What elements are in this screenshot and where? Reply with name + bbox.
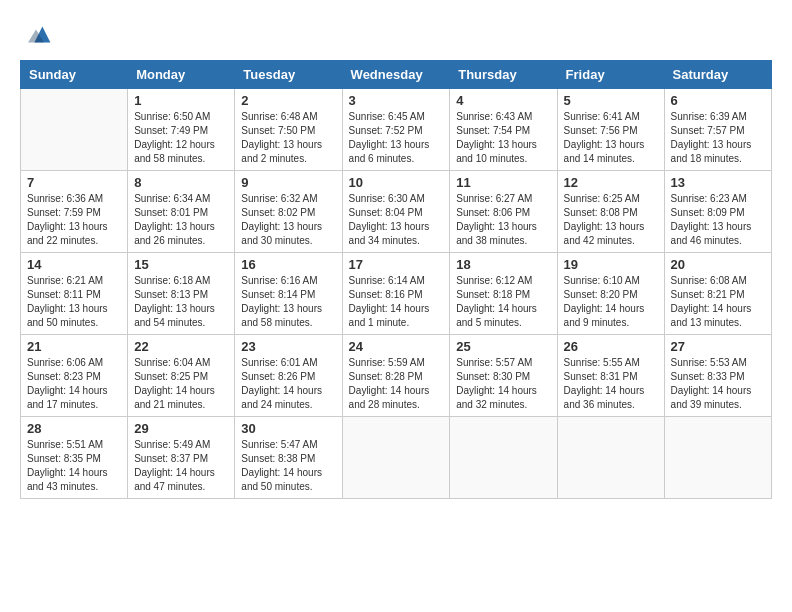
calendar-week-row: 7Sunrise: 6:36 AMSunset: 7:59 PMDaylight… bbox=[21, 171, 772, 253]
day-number: 21 bbox=[27, 339, 121, 354]
day-info: Sunrise: 6:04 AMSunset: 8:25 PMDaylight:… bbox=[134, 356, 228, 412]
day-of-week-header: Wednesday bbox=[342, 61, 450, 89]
calendar-cell: 30Sunrise: 5:47 AMSunset: 8:38 PMDayligh… bbox=[235, 417, 342, 499]
day-info: Sunrise: 5:49 AMSunset: 8:37 PMDaylight:… bbox=[134, 438, 228, 494]
day-info: Sunrise: 6:27 AMSunset: 8:06 PMDaylight:… bbox=[456, 192, 550, 248]
calendar-cell bbox=[450, 417, 557, 499]
day-of-week-header: Thursday bbox=[450, 61, 557, 89]
calendar-cell: 9Sunrise: 6:32 AMSunset: 8:02 PMDaylight… bbox=[235, 171, 342, 253]
logo bbox=[20, 20, 56, 52]
day-number: 2 bbox=[241, 93, 335, 108]
calendar-cell: 2Sunrise: 6:48 AMSunset: 7:50 PMDaylight… bbox=[235, 89, 342, 171]
calendar-table: SundayMondayTuesdayWednesdayThursdayFrid… bbox=[20, 60, 772, 499]
day-info: Sunrise: 6:18 AMSunset: 8:13 PMDaylight:… bbox=[134, 274, 228, 330]
day-info: Sunrise: 6:14 AMSunset: 8:16 PMDaylight:… bbox=[349, 274, 444, 330]
day-number: 4 bbox=[456, 93, 550, 108]
day-number: 3 bbox=[349, 93, 444, 108]
day-info: Sunrise: 6:01 AMSunset: 8:26 PMDaylight:… bbox=[241, 356, 335, 412]
day-info: Sunrise: 5:55 AMSunset: 8:31 PMDaylight:… bbox=[564, 356, 658, 412]
day-number: 14 bbox=[27, 257, 121, 272]
day-info: Sunrise: 6:39 AMSunset: 7:57 PMDaylight:… bbox=[671, 110, 765, 166]
calendar-cell: 12Sunrise: 6:25 AMSunset: 8:08 PMDayligh… bbox=[557, 171, 664, 253]
calendar-cell bbox=[557, 417, 664, 499]
day-info: Sunrise: 5:47 AMSunset: 8:38 PMDaylight:… bbox=[241, 438, 335, 494]
day-number: 1 bbox=[134, 93, 228, 108]
day-number: 30 bbox=[241, 421, 335, 436]
calendar-cell: 19Sunrise: 6:10 AMSunset: 8:20 PMDayligh… bbox=[557, 253, 664, 335]
day-info: Sunrise: 6:08 AMSunset: 8:21 PMDaylight:… bbox=[671, 274, 765, 330]
calendar-cell: 11Sunrise: 6:27 AMSunset: 8:06 PMDayligh… bbox=[450, 171, 557, 253]
calendar-cell: 13Sunrise: 6:23 AMSunset: 8:09 PMDayligh… bbox=[664, 171, 771, 253]
day-number: 17 bbox=[349, 257, 444, 272]
calendar-cell: 8Sunrise: 6:34 AMSunset: 8:01 PMDaylight… bbox=[128, 171, 235, 253]
calendar-cell: 10Sunrise: 6:30 AMSunset: 8:04 PMDayligh… bbox=[342, 171, 450, 253]
day-number: 13 bbox=[671, 175, 765, 190]
calendar-cell: 28Sunrise: 5:51 AMSunset: 8:35 PMDayligh… bbox=[21, 417, 128, 499]
calendar-cell bbox=[342, 417, 450, 499]
calendar-week-row: 28Sunrise: 5:51 AMSunset: 8:35 PMDayligh… bbox=[21, 417, 772, 499]
calendar-cell: 18Sunrise: 6:12 AMSunset: 8:18 PMDayligh… bbox=[450, 253, 557, 335]
day-info: Sunrise: 6:16 AMSunset: 8:14 PMDaylight:… bbox=[241, 274, 335, 330]
day-number: 25 bbox=[456, 339, 550, 354]
day-number: 12 bbox=[564, 175, 658, 190]
calendar-cell bbox=[664, 417, 771, 499]
day-of-week-header: Saturday bbox=[664, 61, 771, 89]
day-info: Sunrise: 6:30 AMSunset: 8:04 PMDaylight:… bbox=[349, 192, 444, 248]
calendar-cell: 4Sunrise: 6:43 AMSunset: 7:54 PMDaylight… bbox=[450, 89, 557, 171]
day-info: Sunrise: 6:50 AMSunset: 7:49 PMDaylight:… bbox=[134, 110, 228, 166]
day-info: Sunrise: 5:57 AMSunset: 8:30 PMDaylight:… bbox=[456, 356, 550, 412]
calendar-cell: 22Sunrise: 6:04 AMSunset: 8:25 PMDayligh… bbox=[128, 335, 235, 417]
calendar-week-row: 14Sunrise: 6:21 AMSunset: 8:11 PMDayligh… bbox=[21, 253, 772, 335]
header bbox=[20, 20, 772, 52]
day-number: 10 bbox=[349, 175, 444, 190]
day-number: 8 bbox=[134, 175, 228, 190]
day-info: Sunrise: 6:12 AMSunset: 8:18 PMDaylight:… bbox=[456, 274, 550, 330]
day-of-week-header: Monday bbox=[128, 61, 235, 89]
day-info: Sunrise: 5:53 AMSunset: 8:33 PMDaylight:… bbox=[671, 356, 765, 412]
calendar-cell: 25Sunrise: 5:57 AMSunset: 8:30 PMDayligh… bbox=[450, 335, 557, 417]
day-info: Sunrise: 6:43 AMSunset: 7:54 PMDaylight:… bbox=[456, 110, 550, 166]
calendar-cell: 21Sunrise: 6:06 AMSunset: 8:23 PMDayligh… bbox=[21, 335, 128, 417]
calendar-header-row: SundayMondayTuesdayWednesdayThursdayFrid… bbox=[21, 61, 772, 89]
calendar-cell: 14Sunrise: 6:21 AMSunset: 8:11 PMDayligh… bbox=[21, 253, 128, 335]
calendar-week-row: 1Sunrise: 6:50 AMSunset: 7:49 PMDaylight… bbox=[21, 89, 772, 171]
day-number: 7 bbox=[27, 175, 121, 190]
day-number: 5 bbox=[564, 93, 658, 108]
calendar-cell: 24Sunrise: 5:59 AMSunset: 8:28 PMDayligh… bbox=[342, 335, 450, 417]
day-number: 15 bbox=[134, 257, 228, 272]
day-number: 29 bbox=[134, 421, 228, 436]
calendar-cell bbox=[21, 89, 128, 171]
day-number: 16 bbox=[241, 257, 335, 272]
day-of-week-header: Tuesday bbox=[235, 61, 342, 89]
day-info: Sunrise: 6:23 AMSunset: 8:09 PMDaylight:… bbox=[671, 192, 765, 248]
day-number: 23 bbox=[241, 339, 335, 354]
day-info: Sunrise: 6:10 AMSunset: 8:20 PMDaylight:… bbox=[564, 274, 658, 330]
day-info: Sunrise: 6:45 AMSunset: 7:52 PMDaylight:… bbox=[349, 110, 444, 166]
day-number: 9 bbox=[241, 175, 335, 190]
calendar-cell: 26Sunrise: 5:55 AMSunset: 8:31 PMDayligh… bbox=[557, 335, 664, 417]
calendar-cell: 1Sunrise: 6:50 AMSunset: 7:49 PMDaylight… bbox=[128, 89, 235, 171]
calendar-cell: 20Sunrise: 6:08 AMSunset: 8:21 PMDayligh… bbox=[664, 253, 771, 335]
calendar-cell: 17Sunrise: 6:14 AMSunset: 8:16 PMDayligh… bbox=[342, 253, 450, 335]
day-info: Sunrise: 6:34 AMSunset: 8:01 PMDaylight:… bbox=[134, 192, 228, 248]
day-of-week-header: Sunday bbox=[21, 61, 128, 89]
day-number: 27 bbox=[671, 339, 765, 354]
day-number: 11 bbox=[456, 175, 550, 190]
calendar-cell: 3Sunrise: 6:45 AMSunset: 7:52 PMDaylight… bbox=[342, 89, 450, 171]
day-number: 28 bbox=[27, 421, 121, 436]
day-info: Sunrise: 6:32 AMSunset: 8:02 PMDaylight:… bbox=[241, 192, 335, 248]
day-of-week-header: Friday bbox=[557, 61, 664, 89]
calendar-cell: 15Sunrise: 6:18 AMSunset: 8:13 PMDayligh… bbox=[128, 253, 235, 335]
day-number: 6 bbox=[671, 93, 765, 108]
calendar-cell: 27Sunrise: 5:53 AMSunset: 8:33 PMDayligh… bbox=[664, 335, 771, 417]
calendar-cell: 29Sunrise: 5:49 AMSunset: 8:37 PMDayligh… bbox=[128, 417, 235, 499]
day-info: Sunrise: 6:21 AMSunset: 8:11 PMDaylight:… bbox=[27, 274, 121, 330]
day-info: Sunrise: 6:06 AMSunset: 8:23 PMDaylight:… bbox=[27, 356, 121, 412]
logo-icon bbox=[20, 20, 52, 52]
day-number: 18 bbox=[456, 257, 550, 272]
day-info: Sunrise: 6:25 AMSunset: 8:08 PMDaylight:… bbox=[564, 192, 658, 248]
day-info: Sunrise: 6:48 AMSunset: 7:50 PMDaylight:… bbox=[241, 110, 335, 166]
day-number: 20 bbox=[671, 257, 765, 272]
calendar-cell: 16Sunrise: 6:16 AMSunset: 8:14 PMDayligh… bbox=[235, 253, 342, 335]
day-number: 24 bbox=[349, 339, 444, 354]
